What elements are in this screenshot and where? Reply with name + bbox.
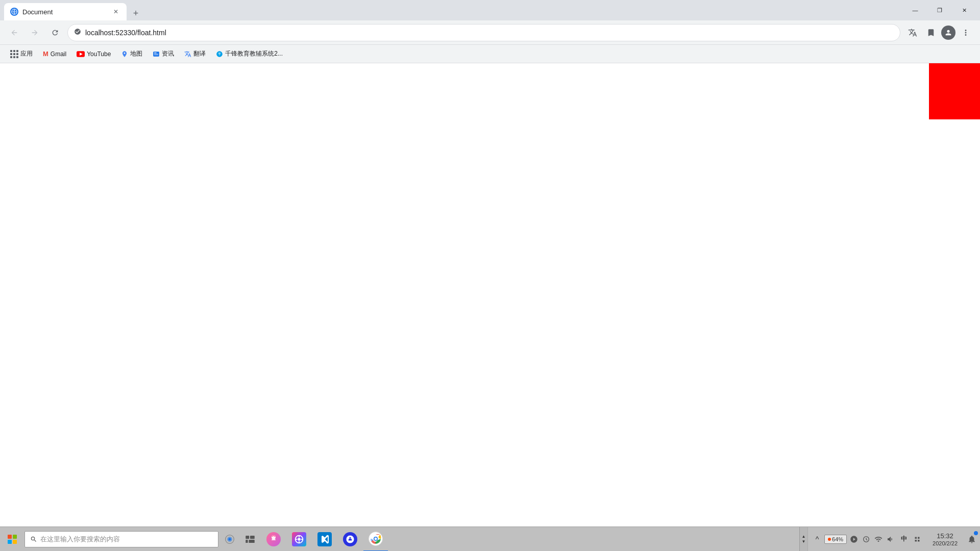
taskbar-app-vscode[interactable] xyxy=(312,527,337,552)
bookmark-maps-label: 地图 xyxy=(130,49,142,58)
bookmark-youtube[interactable]: YouTube xyxy=(72,48,115,60)
maps-icon xyxy=(121,51,128,58)
bookmark-qianfeng[interactable]: 千 千锋教育教辅系统2... xyxy=(212,47,287,60)
taskbar-app-2[interactable] xyxy=(287,527,311,552)
svg-rect-13 xyxy=(246,536,249,539)
bookmark-gmail-label: Gmail xyxy=(51,51,66,58)
clock[interactable]: 15:32 2020/2/22 xyxy=(926,527,964,551)
refresh-button[interactable] xyxy=(47,24,63,41)
battery-indicator[interactable]: 64% xyxy=(824,535,847,544)
back-button[interactable] xyxy=(6,24,22,41)
battery-wrapper: 64% xyxy=(824,535,847,544)
svg-text:千: 千 xyxy=(218,52,221,56)
bookmark-gmail[interactable]: M Gmail xyxy=(39,48,70,60)
tab-title: Document xyxy=(22,8,107,16)
svg-point-19 xyxy=(298,538,301,541)
forward-button[interactable] xyxy=(27,24,43,41)
translate-icon xyxy=(184,51,191,58)
tray-icon-network[interactable] xyxy=(873,534,884,544)
nav-actions xyxy=(904,24,974,41)
taskbar-search[interactable]: 在这里输入你要搜索的内容 xyxy=(24,531,218,547)
windows-logo xyxy=(8,535,17,544)
svg-rect-14 xyxy=(250,536,255,539)
tray-icon-1[interactable] xyxy=(849,534,859,544)
task-view-button[interactable] xyxy=(241,530,259,548)
overflow-indicator[interactable]: ▲ ▼ xyxy=(799,527,807,552)
svg-point-26 xyxy=(375,537,377,540)
menu-button[interactable] xyxy=(958,24,974,41)
url-text: localhost:52330/float.html xyxy=(85,29,894,37)
minimize-button[interactable]: — xyxy=(903,2,927,18)
task-view-icon xyxy=(246,536,255,543)
svg-rect-16 xyxy=(249,539,254,542)
restore-button[interactable]: ❐ xyxy=(928,2,951,18)
battery-percent: 64% xyxy=(832,536,843,542)
bookmarks-bar: 应用 M Gmail YouTube 地图 资讯 xyxy=(0,45,980,63)
bookmark-qianfeng-label: 千锋教育教辅系统2... xyxy=(225,49,283,58)
bookmark-youtube-label: YouTube xyxy=(87,51,111,58)
scroll-down-arrow[interactable]: ▼ xyxy=(802,540,806,544)
cortana-icon xyxy=(225,534,235,544)
new-tab-button[interactable]: + xyxy=(129,6,143,20)
battery-dot xyxy=(828,538,831,541)
notification-button[interactable] xyxy=(964,527,980,552)
tray-show-hidden[interactable]: ^ xyxy=(812,534,822,544)
vscode-icon xyxy=(317,532,332,546)
taskbar-app-4[interactable] xyxy=(338,527,362,552)
system-tray: ^ 64% xyxy=(807,527,926,551)
taskbar-app-2-icon xyxy=(292,532,306,546)
svg-rect-31 xyxy=(918,540,920,542)
close-button[interactable]: ✕ xyxy=(952,2,976,18)
bookmark-translate[interactable]: 翻译 xyxy=(180,47,210,60)
svg-rect-30 xyxy=(915,540,917,542)
bookmark-news[interactable]: 资讯 xyxy=(149,47,178,60)
news-icon xyxy=(153,51,160,58)
taskbar-apps xyxy=(261,527,388,552)
active-tab[interactable]: Document ✕ xyxy=(4,3,127,20)
tray-icon-sound[interactable] xyxy=(886,534,896,544)
notification-badge xyxy=(974,531,978,535)
tab-close-button[interactable]: ✕ xyxy=(111,7,120,16)
clock-time: 15:32 xyxy=(937,532,953,540)
notification-icon xyxy=(967,535,976,544)
bookmark-button[interactable] xyxy=(923,24,939,41)
cortana-button[interactable] xyxy=(220,530,239,548)
search-icon xyxy=(30,536,37,543)
clock-date: 2020/2/22 xyxy=(933,540,958,546)
apps-grid-icon xyxy=(10,50,18,58)
start-button[interactable] xyxy=(0,527,24,552)
svg-rect-15 xyxy=(246,539,248,542)
taskbar: 在这里输入你要搜索的内容 xyxy=(0,527,980,551)
tab-bar: Document ✕ + xyxy=(4,0,901,20)
svg-rect-5 xyxy=(154,53,157,53)
svg-rect-7 xyxy=(154,55,158,55)
bookmark-apps[interactable]: 应用 xyxy=(6,47,37,60)
bookmark-apps-label: 应用 xyxy=(20,49,33,58)
svg-point-12 xyxy=(229,538,231,540)
qianfeng-icon: 千 xyxy=(216,51,223,58)
tray-icon-2[interactable] xyxy=(861,534,871,544)
title-bar: Document ✕ + — ❐ ✕ xyxy=(0,0,980,20)
scroll-up-arrow[interactable]: ▲ xyxy=(802,535,806,539)
taskbar-app-4-icon xyxy=(343,532,357,546)
user-avatar[interactable] xyxy=(941,26,955,40)
page-content xyxy=(0,63,980,527)
browser-window: Document ✕ + — ❐ ✕ xyxy=(0,0,980,551)
tab-favicon xyxy=(10,8,18,16)
red-box xyxy=(929,63,980,119)
address-bar[interactable]: localhost:52330/float.html xyxy=(67,24,900,41)
chrome-icon xyxy=(369,532,383,546)
svg-rect-28 xyxy=(915,537,917,539)
gmail-icon: M xyxy=(43,50,48,58)
taskbar-right: ▲ ▼ ^ 64% xyxy=(799,527,980,551)
taskbar-app-1[interactable] xyxy=(261,527,286,552)
bookmark-news-label: 资讯 xyxy=(162,49,174,58)
ime-indicator[interactable]: 中 xyxy=(898,535,910,543)
taskbar-app-chrome[interactable] xyxy=(363,527,388,552)
window-controls: — ❐ ✕ xyxy=(903,2,976,18)
youtube-icon xyxy=(77,51,85,57)
translate-page-button[interactable] xyxy=(904,24,921,41)
grid-layout-icon[interactable] xyxy=(912,534,922,544)
nav-bar: localhost:52330/float.html xyxy=(0,20,980,45)
bookmark-maps[interactable]: 地图 xyxy=(117,47,146,60)
